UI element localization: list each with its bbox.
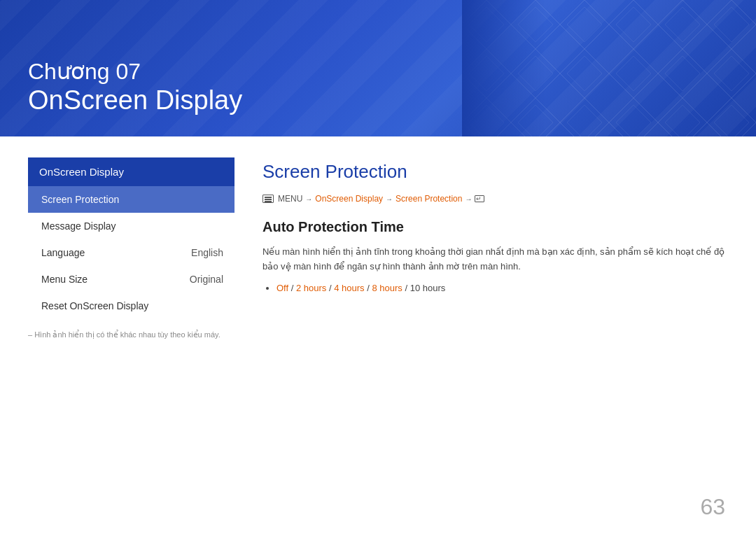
sidebar-item-language-label: Language bbox=[41, 247, 85, 258]
diamond-pattern bbox=[462, 0, 756, 136]
sidebar-item-reset[interactable]: Reset OnScreen Display bbox=[28, 293, 234, 319]
menu-icon bbox=[262, 195, 274, 203]
sep1: / bbox=[291, 283, 296, 293]
sidebar-header: OnScreen Display bbox=[28, 157, 234, 186]
section-title: Auto Protection Time bbox=[262, 219, 728, 235]
sidebar-item-menu-size[interactable]: Menu Size Original bbox=[28, 266, 234, 293]
content-title: Screen Protection bbox=[262, 161, 728, 183]
sidebar-item-screen-protection-label: Screen Protection bbox=[41, 194, 119, 205]
sidebar-item-language[interactable]: Language English bbox=[28, 239, 234, 266]
option-off: Off bbox=[276, 283, 288, 293]
option-8h: 8 hours bbox=[372, 283, 402, 293]
chapter-label: Chương 07 bbox=[28, 58, 242, 85]
header-banner: Chương 07 OnScreen Display bbox=[0, 0, 756, 136]
sidebar-item-reset-label: Reset OnScreen Display bbox=[41, 300, 148, 311]
option-2h: 2 hours bbox=[296, 283, 326, 293]
sidebar-item-language-value: English bbox=[191, 247, 223, 258]
breadcrumb-arrow-1: → bbox=[305, 195, 312, 203]
sidebar-item-menu-size-value: Original bbox=[190, 274, 223, 285]
svg-rect-3 bbox=[462, 0, 546, 136]
content-area: Screen Protection MENU → OnScreen Displa… bbox=[262, 157, 728, 520]
display-name-label: OnScreen Display bbox=[28, 85, 242, 117]
description: Nếu màn hình hiển thị ảnh tĩnh trong kho… bbox=[262, 245, 728, 274]
options-item: Off / 2 hours / 4 hours / 8 hours / 10 h… bbox=[276, 281, 728, 296]
breadcrumb-arrow-2: → bbox=[386, 195, 393, 203]
breadcrumb-menu: MENU bbox=[278, 194, 302, 204]
breadcrumb: MENU → OnScreen Display → Screen Protect… bbox=[262, 194, 728, 204]
sidebar-item-menu-size-label: Menu Size bbox=[41, 274, 88, 285]
sidebar-item-message-display[interactable]: Message Display bbox=[28, 213, 234, 239]
options-list: Off / 2 hours / 4 hours / 8 hours / 10 h… bbox=[262, 281, 728, 296]
option-4h: 4 hours bbox=[334, 283, 364, 293]
sidebar-note: – Hình ảnh hiển thị có thể khác nhau tùy… bbox=[28, 330, 234, 339]
breadcrumb-link-1: OnScreen Display bbox=[315, 194, 383, 204]
option-10h: 10 hours bbox=[410, 283, 446, 293]
page-number: 63 bbox=[700, 494, 725, 520]
sidebar-item-screen-protection[interactable]: Screen Protection bbox=[28, 186, 234, 213]
sep4: / bbox=[405, 283, 410, 293]
sidebar: OnScreen Display Screen Protection Messa… bbox=[28, 157, 234, 520]
sidebar-item-message-display-label: Message Display bbox=[41, 220, 116, 232]
header-title: Chương 07 OnScreen Display bbox=[28, 58, 242, 117]
breadcrumb-arrow-3: → bbox=[465, 195, 472, 203]
main-content: OnScreen Display Screen Protection Messa… bbox=[0, 136, 756, 534]
enter-icon bbox=[475, 195, 484, 202]
breadcrumb-link-2: Screen Protection bbox=[396, 194, 462, 204]
